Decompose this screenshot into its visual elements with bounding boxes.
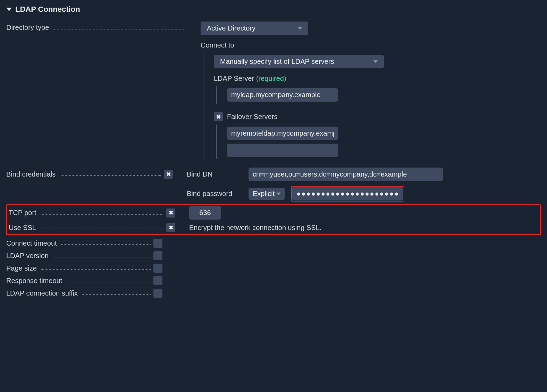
bind-password-input[interactable] bbox=[292, 187, 403, 201]
bind-dn-label: Bind DN bbox=[187, 170, 242, 178]
connect-timeout-row: Connect timeout bbox=[6, 239, 541, 248]
tcp-port-label: TCP port bbox=[9, 209, 36, 217]
use-ssl-row: Use SSL Encrypt the network connection u… bbox=[9, 223, 538, 232]
dots bbox=[66, 278, 151, 282]
page-size-label: Page size bbox=[6, 264, 37, 272]
conn-suffix-row: LDAP connection suffix bbox=[6, 289, 541, 298]
connect-to-value: Manually specify list of LDAP servers bbox=[220, 58, 334, 66]
bind-credentials-label: Bind credentials bbox=[6, 170, 56, 178]
tcp-port-input[interactable] bbox=[189, 206, 221, 220]
bind-password-label: Bind password bbox=[187, 190, 242, 198]
highlighted-box: TCP port Use SSL Encrypt the network con… bbox=[6, 204, 541, 235]
directory-type-value: Active Directory bbox=[207, 24, 255, 32]
directory-type-select[interactable]: Active Directory bbox=[201, 22, 308, 35]
failover-server-input-1[interactable] bbox=[227, 144, 338, 157]
chevron-down-icon bbox=[6, 8, 12, 11]
dots bbox=[82, 290, 151, 295]
dots bbox=[41, 210, 163, 215]
connect-to-block: Manually specify list of LDAP servers LD… bbox=[203, 53, 541, 161]
connect-to-label: Connect to bbox=[201, 41, 541, 49]
chevron-down-icon bbox=[298, 27, 302, 30]
dots bbox=[60, 171, 161, 176]
chevron-down-icon bbox=[373, 60, 378, 63]
dots bbox=[53, 253, 151, 257]
page-size-row: Page size bbox=[6, 264, 541, 273]
dots bbox=[53, 25, 184, 29]
failover-label: Failover Servers bbox=[227, 113, 278, 121]
connect-timeout-checkbox[interactable] bbox=[153, 239, 162, 248]
dots bbox=[41, 265, 151, 270]
conn-suffix-label: LDAP connection suffix bbox=[6, 289, 78, 297]
section-title: LDAP Connection bbox=[15, 5, 80, 14]
ldap-version-label: LDAP version bbox=[6, 252, 49, 260]
bind-dn-input[interactable] bbox=[249, 168, 443, 181]
response-timeout-checkbox[interactable] bbox=[153, 276, 162, 285]
section-header[interactable]: LDAP Connection bbox=[6, 5, 541, 14]
bind-credentials-row: Bind credentials Bind DN Bind password E… bbox=[6, 168, 541, 202]
use-ssl-checkbox[interactable] bbox=[166, 223, 175, 232]
failover-server-input-0[interactable] bbox=[227, 127, 338, 140]
page-size-checkbox[interactable] bbox=[153, 264, 162, 273]
connect-timeout-label: Connect timeout bbox=[6, 239, 57, 247]
dots bbox=[40, 224, 163, 229]
bind-credentials-checkbox[interactable] bbox=[164, 170, 173, 179]
ldap-server-label: LDAP Server bbox=[214, 75, 254, 82]
directory-type-row: Directory type Active Directory Connect … bbox=[6, 22, 541, 161]
ldap-server-input[interactable] bbox=[227, 88, 338, 102]
required-badge: (required) bbox=[256, 75, 286, 82]
dots bbox=[61, 240, 151, 245]
directory-type-label: Directory type bbox=[6, 24, 49, 32]
connect-to-select[interactable]: Manually specify list of LDAP servers bbox=[214, 55, 384, 68]
response-timeout-label: Response timeout bbox=[6, 277, 62, 285]
chevron-down-icon bbox=[277, 193, 281, 195]
ldap-version-checkbox[interactable] bbox=[153, 251, 162, 260]
tcp-port-checkbox[interactable] bbox=[166, 208, 175, 218]
bind-password-mode-select[interactable]: Explicit bbox=[249, 188, 285, 200]
tcp-port-row: TCP port bbox=[9, 206, 538, 220]
use-ssl-label: Use SSL bbox=[9, 224, 36, 232]
ldap-version-row: LDAP version bbox=[6, 251, 541, 260]
failover-checkbox[interactable] bbox=[214, 112, 223, 121]
response-timeout-row: Response timeout bbox=[6, 276, 541, 285]
use-ssl-description: Encrypt the network connection using SSL… bbox=[189, 224, 321, 232]
bind-password-mode-value: Explicit bbox=[253, 190, 275, 198]
conn-suffix-checkbox[interactable] bbox=[153, 289, 162, 298]
